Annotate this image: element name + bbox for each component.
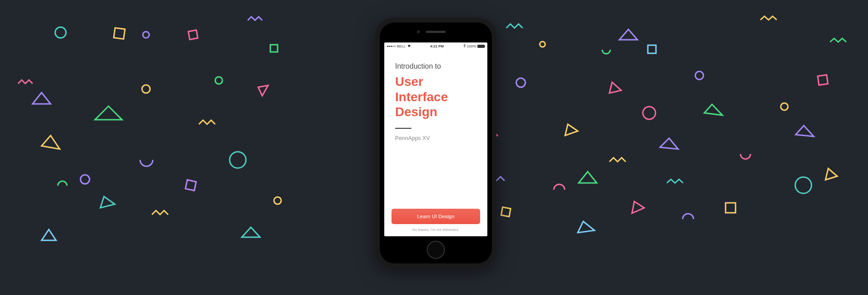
svg-point-18	[516, 78, 525, 87]
svg-marker-23	[619, 29, 637, 40]
svg-rect-33	[818, 75, 828, 85]
svg-point-37	[540, 42, 545, 47]
svg-marker-7	[100, 197, 115, 208]
svg-marker-27	[704, 104, 722, 115]
svg-marker-16	[242, 227, 260, 237]
svg-marker-22	[579, 172, 597, 183]
status-bar-left: BELL	[387, 44, 411, 48]
svg-marker-19	[565, 124, 578, 136]
svg-point-9	[80, 175, 90, 184]
screen-content: Introduction to User Interface Design Pe…	[384, 50, 487, 209]
svg-point-11	[143, 32, 149, 38]
phone-screen: BELL 4:21 PM 100% Introduction to	[384, 42, 487, 236]
wifi-icon	[407, 44, 411, 48]
status-bar-right: 100%	[463, 44, 485, 48]
phone-mockup: BELL 4:21 PM 100% Introduction to	[375, 18, 496, 268]
svg-point-4	[142, 85, 150, 93]
learn-button[interactable]: Learn UI Design	[392, 209, 480, 224]
svg-point-26	[695, 71, 703, 80]
svg-marker-29	[578, 221, 594, 233]
svg-marker-36	[609, 82, 621, 93]
svg-rect-6	[185, 180, 196, 191]
status-time: 4:21 PM	[430, 44, 443, 48]
phone-camera-icon	[417, 30, 420, 33]
subtitle-label: PennApps XV	[395, 135, 476, 141]
svg-rect-21	[501, 207, 511, 217]
svg-point-31	[781, 103, 788, 110]
signal-icon	[387, 46, 396, 47]
svg-marker-14	[258, 85, 268, 96]
svg-marker-30	[632, 201, 644, 213]
svg-marker-8	[42, 229, 56, 240]
svg-point-39	[215, 77, 222, 84]
battery-icon	[477, 45, 485, 48]
title-line-2: Interface	[395, 89, 476, 105]
svg-marker-5	[42, 136, 60, 149]
svg-marker-35	[826, 169, 837, 180]
title-line-1: User	[395, 74, 476, 89]
svg-rect-13	[270, 45, 278, 52]
svg-point-34	[795, 177, 811, 193]
status-bar: BELL 4:21 PM 100%	[384, 42, 487, 50]
svg-marker-38	[660, 138, 678, 149]
phone-inner: BELL 4:21 PM 100% Introduction to	[380, 23, 492, 263]
svg-marker-32	[796, 126, 814, 136]
divider-line	[395, 128, 411, 129]
deco-circle-icon	[443, 51, 448, 55]
battery-percent: 100%	[467, 44, 476, 48]
svg-point-15	[274, 197, 281, 204]
svg-point-12	[230, 152, 246, 168]
svg-rect-1	[114, 28, 125, 39]
home-button[interactable]	[427, 241, 445, 259]
bottom-actions: Learn UI Design No thanks, I'm not inter…	[384, 209, 487, 236]
svg-rect-25	[648, 45, 656, 53]
no-thanks-link[interactable]: No thanks, I'm not interested.	[392, 228, 480, 232]
title-line-3: Design	[395, 104, 476, 120]
svg-point-24	[643, 107, 656, 119]
bluetooth-icon	[463, 44, 466, 48]
carrier-label: BELL	[397, 44, 406, 48]
svg-rect-28	[726, 203, 736, 213]
svg-point-0	[55, 27, 66, 38]
intro-label: Introduction to	[395, 62, 476, 70]
svg-rect-10	[189, 30, 198, 40]
svg-marker-3	[95, 106, 122, 120]
phone-speaker	[426, 31, 446, 33]
main-title: User Interface Design	[395, 74, 476, 120]
svg-marker-2	[33, 93, 51, 104]
